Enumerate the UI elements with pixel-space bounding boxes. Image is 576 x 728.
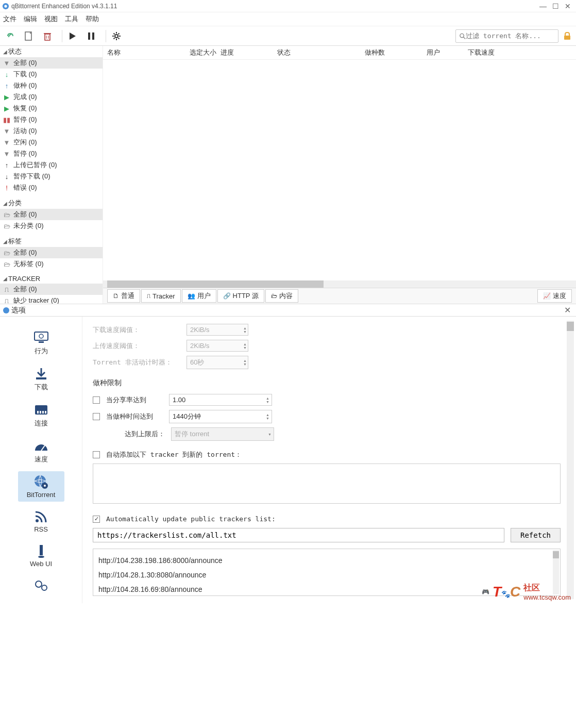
folder-icon: 🗁 xyxy=(271,292,277,300)
tracker-group-header[interactable]: ◢TRACKER xyxy=(0,274,103,284)
torrent-content: 名称 选定大小 进度 状态 做种数 用户 下载速度 🗋普通 ⎍Tracker 👥… xyxy=(103,46,576,304)
col-name[interactable]: 名称 xyxy=(107,48,190,57)
auto-update-checkbox[interactable] xyxy=(93,516,100,523)
tab-http[interactable]: 🔗HTTP 源 xyxy=(217,289,264,303)
opt-speed[interactable]: 速度 xyxy=(18,435,64,467)
tag-untagged[interactable]: 🗁无标签 (0) xyxy=(0,258,103,270)
tab-peers[interactable]: 👥用户 xyxy=(182,289,216,303)
tracker-all[interactable]: ⎍全部 (0) xyxy=(0,284,103,295)
close-button[interactable]: ✕ xyxy=(562,2,574,10)
opt-webui[interactable]: Web UI xyxy=(18,540,64,571)
inactive-timer-label: Torrent 非活动计时器： xyxy=(93,358,180,367)
auto-add-tracker-checkbox[interactable] xyxy=(93,451,100,458)
options-close-button[interactable]: ✕ xyxy=(561,305,574,315)
tab-content[interactable]: 🗁内容 xyxy=(265,289,298,303)
col-peers[interactable]: 用户 xyxy=(427,48,468,57)
app-icon xyxy=(2,3,9,10)
minimize-button[interactable]: — xyxy=(537,2,549,10)
opt-bittorrent[interactable]: BitTorrent xyxy=(18,471,64,502)
category-all[interactable]: 🗁全部 (0) xyxy=(0,209,103,220)
tracker-url-item: http://104.28.1.30:8080/announce xyxy=(98,568,555,582)
auto-add-tracker-label: 自动添加以下 tracker 到新的 torrent： xyxy=(106,450,242,459)
dl-threshold-input[interactable]: 2KiB/s▲▼ xyxy=(187,324,248,336)
seed-time-label: 当做种时间达到 xyxy=(106,412,163,421)
refetch-button[interactable]: Refetch xyxy=(511,528,561,542)
pause-button[interactable] xyxy=(84,29,98,43)
seed-time-checkbox[interactable] xyxy=(93,413,100,420)
col-status[interactable]: 状态 xyxy=(277,48,365,57)
share-ratio-label: 当分享率达到 xyxy=(106,395,163,405)
reach-limit-select[interactable]: 暂停 torrent▼ xyxy=(171,427,274,441)
options-title: 选项 xyxy=(11,306,561,315)
filter-downloading[interactable]: ↓下载 (0) xyxy=(0,69,103,80)
vertical-scrollbar[interactable] xyxy=(567,321,574,599)
menu-file[interactable]: 文件 xyxy=(3,14,16,24)
torrent-list[interactable] xyxy=(103,60,576,280)
lock-icon[interactable] xyxy=(562,30,573,42)
opt-rss[interactable]: RSS xyxy=(18,506,64,536)
opt-behavior[interactable]: 行为 xyxy=(18,327,64,359)
add-link-button[interactable] xyxy=(3,29,18,43)
filter-stalled-up[interactable]: ↑上传已暂停 (0) xyxy=(0,159,103,171)
settings-button[interactable] xyxy=(109,29,124,43)
status-group-header[interactable]: ◢状态 xyxy=(0,46,103,57)
col-progress[interactable]: 进度 xyxy=(221,48,277,57)
tracker-textarea[interactable] xyxy=(93,464,561,504)
options-header: 选项 ✕ xyxy=(0,304,576,316)
opt-connection[interactable]: 连接 xyxy=(18,399,64,431)
category-group-header[interactable]: ◢分类 xyxy=(0,197,103,209)
tab-general[interactable]: 🗋普通 xyxy=(107,289,140,303)
svg-point-31 xyxy=(42,585,47,590)
add-file-button[interactable] xyxy=(22,29,36,43)
col-size[interactable]: 选定大小 xyxy=(190,48,221,57)
tracker-none[interactable]: ⎍缺少 tracker (0) xyxy=(0,295,103,304)
users-icon: 👥 xyxy=(188,292,195,300)
options-content: 下载速度阈值： 2KiB/s▲▼ 上传速度阈值： 2KiB/s▲▼ Torren… xyxy=(82,317,576,603)
svg-rect-28 xyxy=(40,545,43,555)
tracker-url-input[interactable] xyxy=(93,528,504,542)
play-icon: ▶ xyxy=(3,105,10,112)
horizontal-scrollbar[interactable] xyxy=(103,280,576,288)
share-ratio-input[interactable]: 1.00▲▼ xyxy=(169,394,272,406)
tab-tracker[interactable]: ⎍Tracker xyxy=(141,289,181,303)
inactive-timer-input[interactable]: 60秒▲▼ xyxy=(187,356,248,369)
menu-edit[interactable]: 编辑 xyxy=(24,14,37,24)
filter-active[interactable]: ▼活动 (0) xyxy=(0,125,103,137)
col-seeds[interactable]: 做种数 xyxy=(365,48,427,57)
tab-speed[interactable]: 📈速度 xyxy=(537,289,572,303)
filter-completed[interactable]: ▶完成 (0) xyxy=(0,91,103,103)
search-input[interactable] xyxy=(466,32,555,40)
filter-seeding[interactable]: ↑做种 (0) xyxy=(0,80,103,91)
search-box[interactable] xyxy=(455,29,558,43)
maximize-button[interactable]: ☐ xyxy=(549,2,562,10)
tag-all[interactable]: 🗁全部 (0) xyxy=(0,247,103,258)
category-uncategorized[interactable]: 🗁未分类 (0) xyxy=(0,220,103,231)
filter-errored[interactable]: !错误 (0) xyxy=(0,182,103,193)
svg-point-1 xyxy=(4,5,7,7)
watermark: 🎮 T🐾C 社区 www.tcsqw.com xyxy=(482,583,571,601)
resume-button[interactable] xyxy=(65,29,80,43)
svg-point-9 xyxy=(115,35,118,38)
filter-stalled-down[interactable]: ↓暂停下载 (0) xyxy=(0,171,103,182)
opt-advanced[interactable] xyxy=(18,575,64,597)
filter-inactive[interactable]: ▼空闲 (0) xyxy=(0,137,103,148)
filter-paused[interactable]: ▮▮暂停 (0) xyxy=(0,114,103,125)
tags-group-header[interactable]: ◢标签 xyxy=(0,236,103,247)
menu-help[interactable]: 帮助 xyxy=(86,14,99,24)
menu-view[interactable]: 视图 xyxy=(44,14,58,24)
filter-all[interactable]: ▼全部 (0) xyxy=(0,57,103,69)
menubar: 文件 编辑 视图 工具 帮助 xyxy=(0,12,576,26)
ul-threshold-input[interactable]: 2KiB/s▲▼ xyxy=(187,340,248,352)
share-ratio-checkbox[interactable] xyxy=(93,396,100,404)
seed-time-input[interactable]: 1440分钟▲▼ xyxy=(169,410,272,423)
filter-stalled[interactable]: ▼暂停 (0) xyxy=(0,148,103,159)
toolbar-separator xyxy=(62,30,62,42)
delete-button[interactable] xyxy=(40,29,55,43)
filter-resumed[interactable]: ▶恢复 (0) xyxy=(0,103,103,114)
gauge-icon xyxy=(33,438,49,454)
monitor-gear-icon xyxy=(33,330,49,345)
col-dlspeed[interactable]: 下载速度 xyxy=(468,48,495,57)
opt-downloads[interactable]: 下载 xyxy=(18,363,64,395)
svg-point-10 xyxy=(460,34,464,37)
menu-tools[interactable]: 工具 xyxy=(65,14,78,24)
